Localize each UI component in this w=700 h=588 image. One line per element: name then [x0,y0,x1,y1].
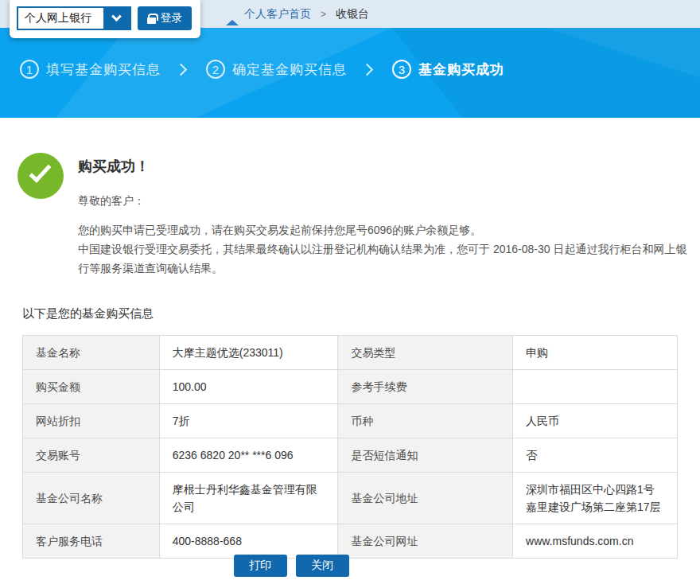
step-separator-icon [361,63,374,76]
banking-channel-value: 个人网上银行 [18,8,103,29]
table-row: 基金名称 大摩主题优选(233011) 交易类型 申购 [23,336,678,370]
table-label-cell: 基金公司网址 [338,524,513,559]
step-3-active: 3 基金购买成功 [392,60,504,79]
step-wizard: 1 填写基金购买信息 2 确定基金购买信息 3 基金购买成功 [20,60,504,79]
table-value-cell: 400-8888-668 [159,524,338,559]
purchase-info-table: 基金名称 大摩主题优选(233011) 交易类型 申购 购买金额 100.00 … [22,335,678,559]
table-label-cell: 币种 [338,404,513,438]
print-button[interactable]: 打印 [234,555,287,577]
table-value-cell: 否 [513,438,678,473]
step-2-label: 确定基金购买信息 [232,60,347,79]
step-banner: 1 填写基金购买信息 2 确定基金购买信息 3 基金购买成功 [0,28,700,118]
login-card: 个人网上银行 登录 [10,0,200,38]
table-row: 客户服务电话 400-8888-668 基金公司网址 www.msfunds.c… [23,524,678,559]
table-label-cell: 网站折扣 [23,404,160,438]
banking-channel-select[interactable]: 个人网上银行 [17,6,131,30]
result-message: 尊敬的客户： 您的购买申请已受理成功，请在购买交易发起前保持您尾号6096的账户… [78,191,692,278]
table-value-cell: 摩根士丹利华鑫基金管理有限公司 [159,473,338,524]
table-value-cell: 6236 6820 20** ***6 096 [159,438,338,473]
table-label-cell: 基金公司地址 [338,473,513,524]
step-3-number: 3 [392,60,411,79]
select-dropdown-button[interactable] [103,8,130,29]
table-label-cell: 交易账号 [23,438,160,473]
chevron-down-icon [111,11,122,21]
table-value-cell [513,370,678,404]
lock-icon [147,18,156,24]
home-icon [226,7,239,20]
table-label-cell: 客户服务电话 [23,524,160,559]
table-value-cell: www.msfunds.com.cn [513,524,678,559]
result-title: 购买成功！ [78,157,150,176]
close-button[interactable]: 关闭 [296,555,349,577]
result-line-2: 中国建设银行受理交易委托，其结果最终确认以注册登记机构确认结果为准，您可于 20… [78,239,692,278]
step-2: 2 确定基金购买信息 [206,60,347,79]
table-title: 以下是您的基金购买信息 [22,306,154,321]
table-value-cell: 申购 [513,336,678,370]
table-value-cell: 大摩主题优选(233011) [159,336,338,370]
table-label-cell: 参考手续费 [338,370,513,404]
table-value-cell: 7折 [159,404,338,438]
table-label-cell: 基金名称 [23,336,160,370]
breadcrumb-separator: > [321,9,326,20]
result-salutation: 尊敬的客户： [78,191,692,210]
table-value-cell: 深圳市福田区中心四路1号嘉里建设广场第二座第17层 [513,473,678,524]
breadcrumb-home-link[interactable]: 个人客户首页 [244,7,311,21]
step-1-number: 1 [20,60,39,79]
login-button[interactable]: 登录 [138,6,192,30]
result-line-1: 您的购买申请已受理成功，请在购买交易发起前保持您尾号6096的账户余额足够。 [78,220,692,239]
step-3-label: 基金购买成功 [418,60,504,79]
step-1-label: 填写基金购买信息 [46,60,161,79]
table-row: 交易账号 6236 6820 20** ***6 096 是否短信通知 否 [23,438,678,473]
table-label-cell: 基金公司名称 [23,473,160,524]
step-2-number: 2 [206,60,225,79]
table-row: 网站折扣 7折 币种 人民币 [23,404,678,438]
step-separator-icon [175,63,188,76]
breadcrumb-current: 收银台 [336,7,369,21]
page: 个人客户首页 > 收银台 1 填写基金购买信息 2 确定基金购买信息 3 基金购… [0,0,700,588]
action-bar: 打印 关闭 [0,555,700,577]
table-row: 购买金额 100.00 参考手续费 [23,370,678,404]
success-check-icon [18,153,64,199]
table-label-cell: 购买金额 [23,370,160,404]
table-label-cell: 交易类型 [338,336,513,370]
table-label-cell: 是否短信通知 [338,438,513,473]
table-value-cell: 人民币 [513,404,678,438]
table-row: 基金公司名称 摩根士丹利华鑫基金管理有限公司 基金公司地址 深圳市福田区中心四路… [23,473,678,524]
login-button-label: 登录 [161,11,183,25]
step-1: 1 填写基金购买信息 [20,60,161,79]
table-value-cell: 100.00 [159,370,338,404]
